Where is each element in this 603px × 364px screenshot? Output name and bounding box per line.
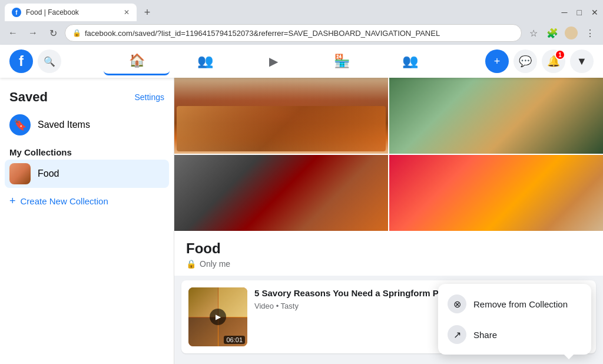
fb-main: Food 🔒 Only me (174, 78, 603, 364)
refresh-button[interactable]: ↻ (45, 25, 61, 41)
browser-toolbar: ← → ↻ 🔒 facebook.com/saved/?list_id=1196… (0, 21, 603, 45)
more-options-icon[interactable]: ⋮ (582, 25, 598, 41)
fb-header: f 🔍 🏠 👥 ▶ 🏪 👥 + � (0, 45, 603, 78)
chevron-down-icon: ▼ (577, 55, 587, 68)
plus-icon: + (494, 55, 501, 68)
food-privacy: 🔒 Only me (186, 259, 591, 269)
facebook-app: f 🔍 🏠 👥 ▶ 🏪 👥 + � (0, 45, 603, 364)
bookmark-saved-icon: 🔖 (14, 118, 26, 131)
new-tab-icon: + (144, 6, 151, 19)
profile-area[interactable] (563, 25, 579, 41)
sidebar-title: Saved Settings (5, 85, 169, 110)
back-button[interactable]: ← (5, 25, 21, 41)
fb-content: Saved Settings 🔖 Saved Items My Collecti… (0, 78, 603, 364)
menu-arrow (564, 355, 574, 359)
share-icon: ↗ (448, 325, 466, 344)
fb-sidebar: Saved Settings 🔖 Saved Items My Collecti… (0, 78, 174, 364)
item-separator: • (276, 302, 281, 310)
remove-from-collection-item[interactable]: ⊗ Remove from Collection (438, 289, 591, 319)
saved-heading: Saved (9, 90, 48, 105)
maximize-icon[interactable]: □ (577, 8, 582, 17)
messenger-button[interactable]: 💬 (513, 49, 537, 73)
saved-items-label: Saved Items (38, 120, 90, 130)
browser-frame: f Food | Facebook ✕ + ─ □ ✕ ← → ↻ 🔒 face… (0, 0, 603, 45)
close-icon[interactable]: ✕ (591, 8, 598, 17)
bookmark-icon[interactable]: ☆ (525, 25, 542, 41)
collections-heading: My Collections (5, 143, 169, 160)
food-thumb-image (9, 163, 31, 184)
remove-icon: ⊗ (448, 294, 466, 313)
watch-icon: ▶ (269, 54, 278, 68)
create-plus-icon: + (9, 195, 16, 207)
play-button-overlay[interactable]: ▶ (210, 309, 226, 325)
share-label: Share (473, 330, 497, 340)
messenger-icon: 💬 (519, 55, 532, 68)
nav-groups[interactable]: 👥 (377, 47, 443, 75)
nav-marketplace[interactable]: 🏪 (309, 47, 375, 75)
browser-tab[interactable]: f Food | Facebook ✕ (5, 4, 137, 21)
food-images-grid (174, 78, 603, 231)
fb-logo[interactable]: f (9, 49, 33, 73)
remove-label: Remove from Collection (473, 299, 568, 309)
lock-icon: 🔒 (72, 29, 81, 37)
create-button[interactable]: + (485, 49, 509, 73)
nav-home[interactable]: 🏠 (104, 47, 170, 75)
search-icon: 🔍 (44, 56, 55, 67)
extensions-icon[interactable]: 🧩 (544, 25, 561, 41)
share-item[interactable]: ↗ Share (438, 319, 591, 350)
lock-privacy-icon: 🔒 (186, 259, 196, 269)
context-menu: ⊗ Remove from Collection ↗ Share (438, 284, 591, 355)
food-image-1 (174, 78, 388, 154)
minimize-icon[interactable]: ─ (562, 8, 568, 17)
duration-badge: 06:01 (224, 336, 245, 344)
account-button[interactable]: ▼ (570, 49, 594, 73)
header-right: + 💬 🔔 1 ▼ (485, 49, 594, 73)
tab-close-icon[interactable]: ✕ (124, 8, 130, 16)
food-image-3 (174, 155, 388, 231)
privacy-label: Only me (200, 259, 230, 269)
tab-title: Food | Facebook (26, 8, 119, 16)
create-collection-button[interactable]: + Create New Collection (5, 190, 169, 212)
create-collection-label: Create New Collection (21, 196, 108, 206)
food-collection-thumb (9, 163, 31, 184)
toolbar-icons: ☆ 🧩 ⋮ (525, 25, 598, 41)
item-source: Tasty (281, 302, 299, 310)
food-header: Food 🔒 Only me (174, 78, 603, 276)
address-bar[interactable]: 🔒 facebook.com/saved/?list_id=1196415794… (65, 24, 522, 42)
groups-icon: 👥 (402, 54, 418, 69)
marketplace-icon: 🏪 (334, 54, 350, 69)
new-tab-button[interactable]: + (139, 4, 155, 21)
fb-nav: 🏠 👥 ▶ 🏪 👥 (61, 47, 485, 75)
forward-button[interactable]: → (25, 25, 41, 41)
nav-friends[interactable]: 👥 (172, 47, 238, 75)
food-info: Food 🔒 Only me (174, 231, 603, 276)
friends-icon: 👥 (197, 54, 213, 69)
tab-favicon: f (12, 8, 21, 17)
saved-items-link[interactable]: 🔖 Saved Items (5, 110, 169, 140)
food-image-2 (389, 78, 603, 154)
browser-titlebar: f Food | Facebook ✕ + ─ □ ✕ (0, 0, 603, 21)
item-type: Video (254, 302, 274, 310)
settings-button[interactable]: Settings (134, 92, 164, 102)
window-controls: ─ □ ✕ (562, 8, 598, 17)
feed-item-thumbnail: ▶ 06:01 (188, 287, 247, 346)
food-collection-title: Food (186, 240, 591, 257)
search-button[interactable]: 🔍 (38, 49, 61, 73)
collection-food[interactable]: Food (5, 160, 169, 188)
nav-watch[interactable]: ▶ (240, 47, 306, 75)
food-collection-name: Food (38, 168, 59, 179)
food-image-4 (389, 155, 603, 231)
saved-items-icon: 🔖 (9, 114, 31, 135)
notification-badge: 1 (555, 49, 565, 60)
url-text: facebook.com/saved/?list_id=119641579415… (85, 29, 514, 38)
home-icon: 🏠 (129, 53, 145, 68)
notifications-wrap: 🔔 1 (542, 49, 565, 73)
profile-icon (565, 27, 578, 39)
